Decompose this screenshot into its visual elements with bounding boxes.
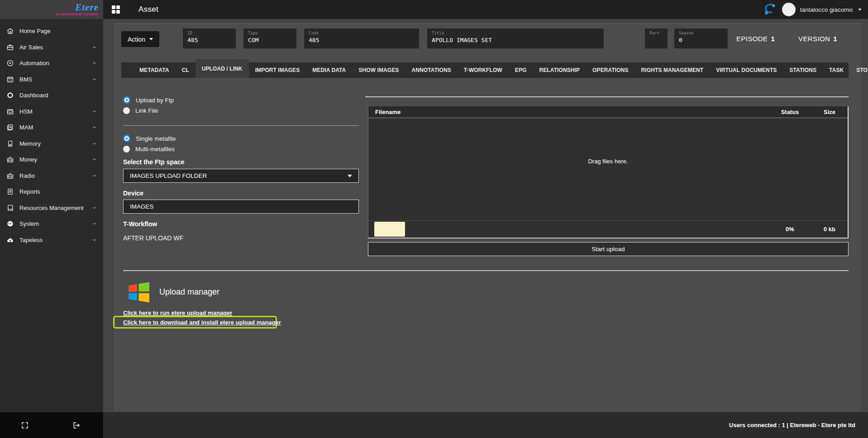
tab-operations[interactable]: OPERATIONS [586, 62, 634, 78]
play-circle-icon [6, 59, 14, 67]
sidebar-item-dashboard[interactable]: Dashboard [0, 87, 103, 104]
chevron-down-icon [348, 175, 352, 177]
episode-indicator: EPISODE 1 [736, 29, 775, 48]
radio-multi-metafiles[interactable]: Multi-metafiles [123, 144, 175, 154]
tab-stories[interactable]: STORIES [850, 62, 868, 78]
chevron-down-icon [92, 221, 97, 226]
etere-mark-icon [762, 2, 777, 17]
sidebar-item-money[interactable]: Money [0, 152, 103, 168]
tab-relationship[interactable]: RELATIONSHIP [533, 62, 586, 78]
top-bar [0, 0, 868, 19]
radio-unselected-icon[interactable] [123, 107, 130, 114]
install-upload-manager-link[interactable]: Click here to download and install etere… [123, 319, 281, 326]
sidebar-item-automation[interactable]: Automation [0, 55, 103, 71]
cash-register-icon [6, 156, 14, 163]
tab-cl[interactable]: CL [175, 62, 195, 78]
column-filename: Filename [375, 109, 768, 115]
upload-progress-row: 0% 0 kb [368, 220, 848, 238]
inbox-icon [6, 108, 14, 115]
brand-logo-title: Etere [75, 3, 99, 12]
apps-grid-icon[interactable] [110, 4, 121, 15]
tab-upload-link[interactable]: UPLOAD / LINK [196, 59, 249, 78]
ftp-space-select[interactable]: IMAGES UPLOAD FOLDER [123, 169, 359, 183]
status-bar: Users connected : 1 | Etereweb - Etere p… [103, 412, 868, 438]
chevron-down-icon [858, 9, 862, 11]
radio-link-file[interactable]: Link File [123, 105, 158, 115]
brand-logo: Etere A consistent system [0, 0, 103, 19]
chevron-down-icon [92, 125, 97, 130]
report-icon [6, 188, 14, 195]
radio-selected-icon[interactable] [123, 135, 130, 142]
tab-show-images[interactable]: SHOW IMAGES [352, 62, 405, 78]
circle-icon [6, 91, 14, 99]
tab-stations[interactable]: STATIONS [783, 62, 823, 78]
tab-task[interactable]: TASK [823, 62, 850, 78]
ftp-space-label: Select the Ftp space [123, 158, 184, 166]
chevron-down-icon [92, 45, 97, 50]
chevron-down-icon [92, 141, 97, 146]
cloud-upload-icon [6, 236, 14, 244]
progress-size: 0 kb [811, 226, 848, 233]
column-size: Size [811, 109, 848, 115]
sidebar-item-radio[interactable]: Radio [0, 168, 103, 184]
chevron-down-icon [92, 157, 97, 162]
logout-icon[interactable] [72, 421, 81, 429]
upload-file-table: Filename Status Size Drag files here. 0%… [368, 106, 849, 238]
chevron-down-icon [92, 238, 97, 243]
install-link-highlight-box: Click here to download and install etere… [113, 316, 277, 328]
avatar[interactable] [782, 3, 796, 16]
fullscreen-icon[interactable] [21, 421, 29, 429]
radio-icon [6, 172, 14, 180]
sidebar-item-tapeless[interactable]: Tapeless [0, 232, 103, 248]
progress-percent: 0% [768, 226, 811, 233]
field-part: Part [645, 29, 668, 48]
sidebar-item-air-sales[interactable]: Air Sales [0, 39, 103, 56]
chevron-down-icon [92, 173, 97, 178]
panel-top-divider [365, 96, 849, 97]
field-code: Code 485 [304, 29, 419, 48]
brand-logo-subtitle: A consistent system [56, 12, 99, 16]
documents-search-icon [6, 124, 14, 131]
section-divider [123, 270, 849, 271]
run-upload-manager-link[interactable]: Click here to run etere upload manager [123, 309, 232, 316]
radio-unselected-icon[interactable] [123, 146, 130, 152]
home-icon [6, 27, 14, 35]
start-upload-button[interactable]: Start upload [368, 242, 849, 256]
sidebar-item-hsm[interactable]: HSM [0, 104, 103, 120]
memory-card-icon [6, 140, 14, 148]
upload-progress-stats: 0% 0 kb [768, 226, 848, 233]
app-window: Etere A consistent system Asset tantaloc… [0, 0, 868, 438]
tab-virtual-documents[interactable]: VIRTUAL DOCUMENTS [710, 62, 783, 78]
action-button[interactable]: Action [121, 31, 159, 47]
tab-t-workflow[interactable]: T-WORKFLOW [458, 62, 509, 78]
page-title: Asset [138, 0, 158, 19]
tab-import-images[interactable]: IMPORT IMAGES [249, 62, 306, 78]
sidebar-item-resources-management[interactable]: Resources Management [0, 200, 103, 216]
device-input[interactable] [123, 200, 359, 214]
tab-media-data[interactable]: MEDIA DATA [306, 62, 352, 78]
sidebar-item-mam[interactable]: MAM [0, 119, 103, 136]
field-id: ID 485 [183, 29, 236, 48]
user-name: tantalocco giacomo [800, 6, 853, 13]
dropzone-hint: Drag files here. [588, 158, 628, 165]
sidebar-item-bms[interactable]: BMS [0, 71, 103, 88]
tab-annotations[interactable]: ANNOTATIONS [405, 62, 457, 78]
tab-epg[interactable]: EPG [509, 62, 533, 78]
sidebar-item-home-page[interactable]: Home Page [0, 23, 103, 39]
sidebar-item-memory[interactable]: Memory [0, 136, 103, 152]
radio-upload-by-ftp[interactable]: Upload by Ftp [123, 95, 174, 105]
sidebar-item-system[interactable]: System [0, 216, 103, 232]
asset-tab-bar: METADATA CL UPLOAD / LINK IMPORT IMAGES … [121, 62, 849, 78]
radio-selected-icon[interactable] [123, 96, 130, 104]
tab-metadata[interactable]: METADATA [133, 62, 175, 78]
column-status: Status [768, 109, 811, 115]
sidebar-item-reports[interactable]: Reports [0, 184, 103, 200]
sidebar: Home Page Air Sales Automation BMS Dashb… [0, 19, 103, 412]
tab-rights-management[interactable]: RIGHTS MANAGEMENT [635, 62, 710, 78]
chevron-down-icon [92, 77, 97, 82]
gauge-icon [6, 220, 14, 228]
file-dropzone[interactable]: Drag files here. [368, 118, 848, 220]
add-files-button[interactable] [374, 222, 405, 237]
user-menu[interactable]: tantalocco giacomo [762, 0, 862, 19]
radio-single-metafile[interactable]: Single metafile [123, 133, 176, 143]
